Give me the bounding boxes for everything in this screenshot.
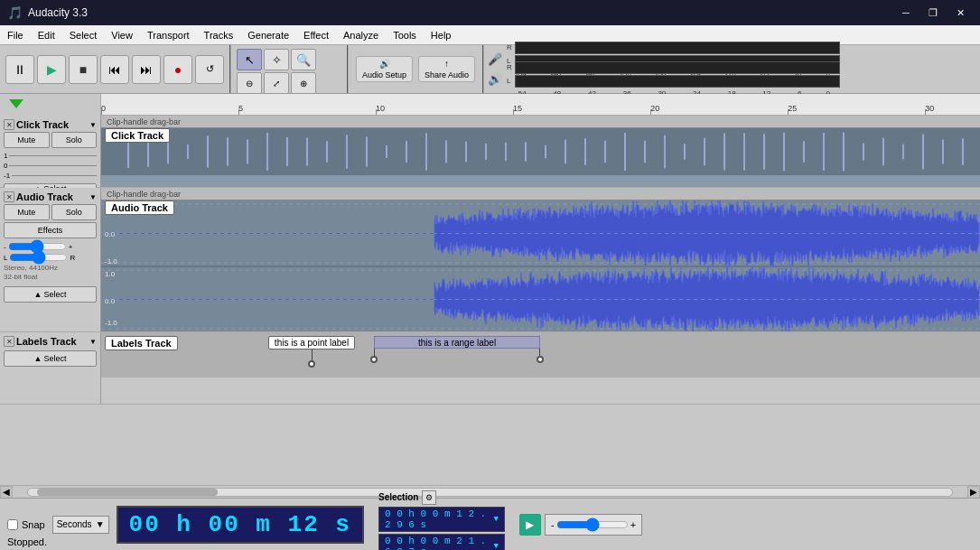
audio-track-waveform bbox=[101, 200, 980, 331]
menu-transport[interactable]: Transport bbox=[140, 25, 197, 45]
selection-start-arrow[interactable]: ▼ bbox=[494, 515, 499, 524]
skip-back-button[interactable]: ⏮ bbox=[100, 55, 129, 84]
labels-track-close[interactable]: ✕ bbox=[4, 336, 14, 347]
menu-select[interactable]: Select bbox=[62, 25, 105, 45]
selection-end-arrow[interactable]: ▼ bbox=[494, 542, 499, 551]
empty-track-area bbox=[0, 405, 980, 477]
menu-file[interactable]: File bbox=[0, 25, 31, 45]
click-track-waveform bbox=[101, 128, 980, 175]
hscroll-thumb[interactable] bbox=[37, 489, 218, 496]
click-drag-bar-label: Clip-handle drag-bar bbox=[107, 117, 181, 126]
scroll-left-button[interactable]: ◀ bbox=[0, 486, 13, 499]
share-icon: ↑ bbox=[444, 59, 449, 69]
selection-end-value: 0 0 h 0 0 m 2 1 . 6 2 7 s bbox=[385, 536, 494, 551]
menu-tracks[interactable]: Tracks bbox=[197, 25, 241, 45]
time-display-value: 00 h 00 m 12 s bbox=[129, 511, 351, 538]
scroll-right-button[interactable]: ▶ bbox=[967, 486, 980, 499]
restore-button[interactable]: ❐ bbox=[920, 4, 946, 22]
click-track-close[interactable]: ✕ bbox=[4, 119, 14, 130]
unit-controls: Seconds ▼ bbox=[52, 516, 109, 534]
range-label-1: this is a range label bbox=[374, 336, 541, 363]
playhead-marker[interactable] bbox=[9, 99, 23, 108]
click-track-header: ✕ Click Track ▼ bbox=[4, 119, 97, 130]
labels-track-clip-name: Labels Track bbox=[105, 336, 178, 350]
status-text: Stopped. bbox=[7, 536, 47, 547]
audio-track-content: Clip-handle drag-bar Audio Track 1.0 0.0… bbox=[101, 188, 980, 331]
tool-zoom-in[interactable]: 🔍 bbox=[291, 49, 316, 70]
snap-checkbox[interactable] bbox=[7, 519, 18, 530]
ruler-scale[interactable]: 051015202530 bbox=[101, 93, 980, 115]
point-label-1-text[interactable]: this is a point label bbox=[268, 336, 355, 350]
click-track-solo-button[interactable]: Solo bbox=[51, 132, 98, 148]
audio-track: ✕ Audio Track ▼ Mute Solo Effects - + L bbox=[0, 188, 980, 332]
unit-dropdown[interactable]: Seconds ▼ bbox=[52, 516, 109, 534]
stop-button[interactable]: ■ bbox=[69, 55, 98, 84]
ruler-mark-25: 25 bbox=[788, 104, 797, 113]
playback-vu-R bbox=[515, 75, 840, 88]
record-vu-L bbox=[515, 42, 840, 54]
tool-selection[interactable]: ↖ bbox=[237, 49, 262, 70]
snap-row: Snap bbox=[7, 519, 45, 530]
menu-generate[interactable]: Generate bbox=[240, 25, 296, 45]
record-button[interactable]: ● bbox=[163, 55, 192, 84]
menu-analyze[interactable]: Analyze bbox=[336, 25, 386, 45]
unit-label: Seconds bbox=[57, 519, 92, 529]
tool-envelope[interactable]: ✧ bbox=[264, 49, 289, 70]
play-button[interactable]: ▶ bbox=[37, 55, 66, 84]
pause-button[interactable]: ⏸ bbox=[5, 55, 34, 84]
menu-edit[interactable]: Edit bbox=[31, 25, 62, 45]
audio-track-mute-button[interactable]: Mute bbox=[4, 204, 50, 220]
selection-panel: Selection ⚙ 0 0 h 0 0 m 1 2 . 2 9 6 s ▼ … bbox=[378, 490, 505, 551]
click-track-mute-solo: Mute Solo bbox=[4, 132, 97, 148]
selection-start-value: 0 0 h 0 0 m 1 2 . 2 9 6 s bbox=[385, 508, 494, 530]
tool-zoom-sel[interactable]: ⊕ bbox=[291, 72, 316, 94]
labels-track-select-button[interactable]: ▲Select bbox=[4, 350, 97, 367]
speaker-icon: 🔊 bbox=[379, 59, 390, 69]
share-audio-button[interactable]: ↑ Share Audio bbox=[418, 56, 475, 82]
skip-fwd-button[interactable]: ⏭ bbox=[132, 55, 161, 84]
range-label-right-dot bbox=[537, 356, 544, 363]
audio-pan-slider[interactable] bbox=[9, 253, 68, 262]
app-icon: 🎵 bbox=[7, 5, 23, 20]
audio-track-select-button[interactable]: ▲Select bbox=[4, 286, 97, 303]
audio-pan-row: L R bbox=[4, 253, 97, 262]
tool-zoom-out[interactable]: ⊖ bbox=[237, 72, 262, 94]
audio-track-close[interactable]: ✕ bbox=[4, 191, 14, 202]
click-track-mute-button[interactable]: Mute bbox=[4, 132, 50, 148]
speaker-vu-icon: 🔊 bbox=[488, 72, 502, 86]
ruler-mark-10: 10 bbox=[376, 104, 385, 113]
tool-zoom-fit[interactable]: ⤢ bbox=[264, 72, 289, 94]
rate-minus-icon: - bbox=[551, 519, 555, 530]
click-track-menu-arrow[interactable]: ▼ bbox=[89, 121, 97, 129]
selection-settings-button[interactable]: ⚙ bbox=[422, 490, 436, 505]
menu-tools[interactable]: Tools bbox=[386, 25, 424, 45]
mic-icon: 🎤 bbox=[488, 52, 502, 66]
selection-end-row: 0 0 h 0 0 m 2 1 . 6 2 7 s ▼ bbox=[378, 534, 505, 551]
ruler-mark-15: 15 bbox=[513, 104, 522, 113]
vu-meters: 🎤 R L -54-48-42-36-30-24-18-12-60 bbox=[484, 45, 980, 93]
click-track-neg-scale: -1 bbox=[4, 172, 97, 180]
tracks-scroll[interactable]: ✕ Click Track ▼ Mute Solo 1 0 bbox=[0, 116, 980, 485]
audio-track-drag-bar[interactable]: Clip-handle drag-bar bbox=[101, 188, 980, 200]
minimize-button[interactable]: ─ bbox=[893, 4, 919, 22]
labels-track-content: Labels Track this is a point label this … bbox=[101, 332, 980, 378]
mini-play-button[interactable]: ▶ bbox=[519, 514, 541, 536]
main-content: ✕ Click Track ▼ Mute Solo 1 0 bbox=[0, 116, 980, 485]
loop-button[interactable]: ↺ bbox=[195, 55, 224, 84]
range-label-1-bar[interactable]: this is a range label bbox=[374, 336, 541, 349]
menu-effect[interactable]: Effect bbox=[296, 25, 336, 45]
audio-track-menu-arrow[interactable]: ▼ bbox=[89, 193, 97, 201]
audio-setup-button[interactable]: 🔊 Audio Setup bbox=[356, 56, 413, 82]
menu-help[interactable]: Help bbox=[424, 25, 459, 45]
audio-track-solo-button[interactable]: Solo bbox=[51, 204, 98, 220]
audio-track-clip-name: Audio Track bbox=[105, 200, 174, 215]
labels-track-controls: ✕ Labels Track ▼ ▲Select bbox=[0, 332, 101, 404]
labels-track-menu-arrow[interactable]: ▼ bbox=[89, 338, 97, 346]
audio-track-effects-button[interactable]: Effects bbox=[4, 222, 97, 238]
close-button[interactable]: ✕ bbox=[947, 4, 973, 22]
click-track-drag-bar[interactable]: Clip-handle drag-bar bbox=[101, 116, 980, 128]
menu-view[interactable]: View bbox=[104, 25, 140, 45]
rate-slider[interactable] bbox=[556, 520, 629, 529]
selection-label: Selection bbox=[378, 492, 418, 502]
audio-setup-label: Audio Setup bbox=[362, 70, 406, 79]
